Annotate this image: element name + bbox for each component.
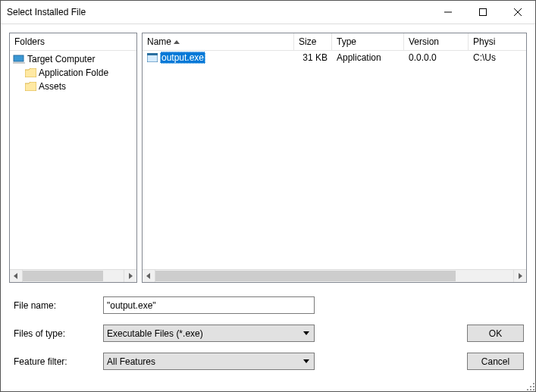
feature-label: Feature filter: [14,356,97,367]
scroll-right-icon[interactable] [513,270,526,282]
tree-item-assets[interactable]: Assets [10,80,136,93]
maximize-button[interactable] [465,1,500,24]
filetype-combo[interactable]: Executable Files (*.exe) [103,325,315,342]
filetype-row: Files of type: Executable Files (*.exe) … [14,325,524,342]
window-title: Select Installed File [7,7,431,17]
folder-icon [25,68,36,77]
cancel-button[interactable]: Cancel [467,353,524,370]
resize-grip[interactable] [525,381,534,390]
dialog-content: Folders Target Computer Application Fold… [1,24,535,391]
tree-header[interactable]: Folders [10,33,136,51]
svg-rect-4 [14,55,24,61]
scroll-thumb[interactable] [155,271,456,281]
minimize-button[interactable] [431,1,465,24]
feature-value: All Features [107,356,155,367]
titlebar: Select Installed File [1,1,535,24]
window-controls [431,1,535,24]
filename-row: File name: [14,296,524,314]
tree-root-label: Target Computer [27,54,95,64]
chevron-down-icon [303,331,309,335]
file-list[interactable]: output.exe 31 KB Application 0.0.0.0 C:\… [143,51,526,269]
list-scrollbar[interactable] [143,269,526,282]
col-type[interactable]: Type [332,33,404,50]
ok-button[interactable]: OK [467,325,524,342]
file-list-pane: Name Size Type Version Physi output.exe … [142,33,527,283]
col-name[interactable]: Name [143,33,294,50]
scroll-right-icon[interactable] [124,270,136,282]
filename-input[interactable] [103,296,315,314]
file-name: output.exe [160,52,205,64]
col-version[interactable]: Version [404,33,469,50]
sort-asc-icon [174,40,180,44]
scroll-left-icon[interactable] [143,270,155,282]
form-area: File name: Files of type: Executable Fil… [9,283,527,370]
file-version: 0.0.0.0 [404,52,469,63]
filetype-value: Executable Files (*.exe) [107,328,203,339]
chevron-down-icon [303,359,309,363]
svg-rect-1 [480,9,487,16]
scroll-track[interactable] [155,270,513,282]
tree-header-label: Folders [10,33,136,50]
computer-icon [13,55,25,64]
filename-label: File name: [14,300,97,311]
close-button[interactable] [500,1,535,24]
scroll-left-icon[interactable] [10,270,23,282]
filetype-label: Files of type: [14,328,97,339]
application-icon [147,53,158,62]
tree-item-label: Assets [39,81,66,92]
tree-scrollbar[interactable] [10,269,136,282]
feature-row: Feature filter: All Features Cancel [14,353,524,370]
svg-rect-5 [13,62,25,64]
folder-icon [25,82,36,91]
file-physical: C:\Us [469,52,526,63]
folder-tree-pane: Folders Target Computer Application Fold… [9,33,137,283]
file-size: 31 KB [294,52,332,63]
tree-item-appfolder[interactable]: Application Folde [10,66,136,80]
col-physical[interactable]: Physi [469,33,526,50]
file-type: Application [332,52,404,63]
col-size[interactable]: Size [294,33,332,50]
list-header: Name Size Type Version Physi [143,33,526,51]
split-panes: Folders Target Computer Application Fold… [9,33,527,283]
list-item[interactable]: output.exe 31 KB Application 0.0.0.0 C:\… [143,51,526,64]
tree-root[interactable]: Target Computer [10,52,136,66]
svg-rect-7 [147,53,158,55]
scroll-track[interactable] [23,270,124,282]
feature-combo[interactable]: All Features [103,353,315,370]
folder-tree[interactable]: Target Computer Application Folde Assets [10,51,136,269]
tree-item-label: Application Folde [39,67,108,78]
scroll-thumb[interactable] [23,271,103,281]
